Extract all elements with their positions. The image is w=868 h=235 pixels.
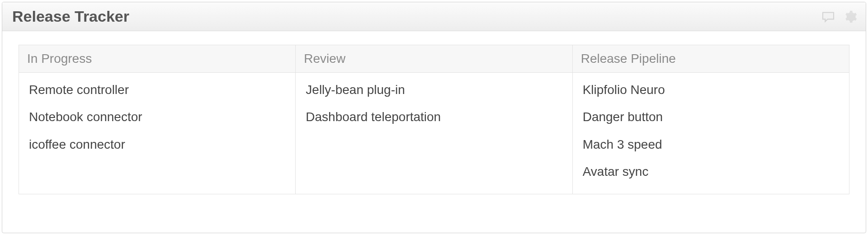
item-list-review: Jelly-bean plug-in Dashboard teleportati… <box>304 76 564 131</box>
list-item: Avatar sync <box>581 158 841 185</box>
list-item: Notebook connector <box>27 103 287 131</box>
list-item: Jelly-bean plug-in <box>304 76 564 103</box>
column-header-in-progress: In Progress <box>19 45 296 73</box>
list-item: Dashboard teleportation <box>304 103 564 131</box>
column-cell-release-pipeline: Klipfolio Neuro Danger button Mach 3 spe… <box>572 73 849 194</box>
column-header-review: Review <box>296 45 572 73</box>
tracker-table: In Progress Review Release Pipeline Remo… <box>19 45 849 194</box>
gear-icon[interactable] <box>842 9 858 24</box>
column-cell-in-progress: Remote controller Notebook connector ico… <box>19 73 296 194</box>
release-tracker-panel: Release Tracker In Progress Review Relea… <box>2 2 866 233</box>
column-cell-review: Jelly-bean plug-in Dashboard teleportati… <box>296 73 572 194</box>
panel-title: Release Tracker <box>12 8 129 25</box>
column-header-release-pipeline: Release Pipeline <box>572 45 849 73</box>
comment-icon[interactable] <box>821 9 836 24</box>
panel-body: In Progress Review Release Pipeline Remo… <box>2 31 866 208</box>
item-list-release-pipeline: Klipfolio Neuro Danger button Mach 3 spe… <box>581 76 841 186</box>
list-item: Mach 3 speed <box>581 131 841 158</box>
list-item: Remote controller <box>27 76 287 103</box>
list-item: Danger button <box>581 103 841 131</box>
item-list-in-progress: Remote controller Notebook connector ico… <box>27 76 287 158</box>
panel-header: Release Tracker <box>2 2 866 31</box>
list-item: icoffee connector <box>27 131 287 158</box>
panel-actions <box>821 9 858 24</box>
list-item: Klipfolio Neuro <box>581 76 841 103</box>
